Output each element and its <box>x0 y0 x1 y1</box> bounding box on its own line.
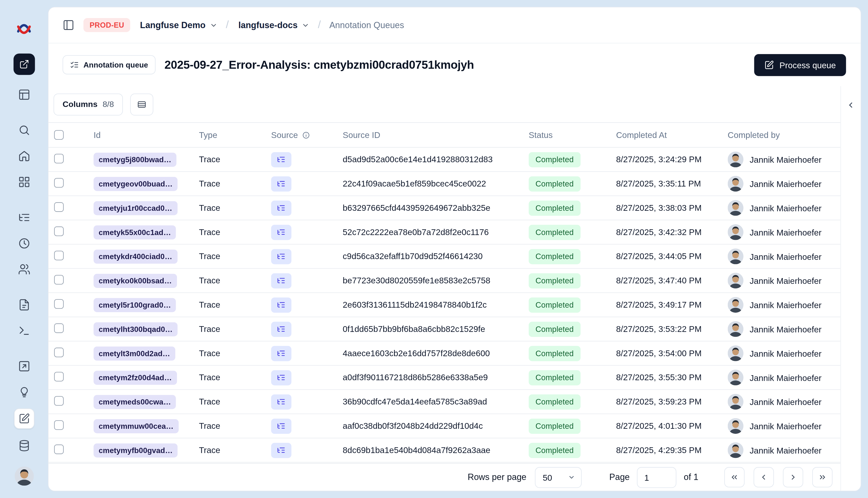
sidebar-toggle-icon[interactable] <box>63 19 74 31</box>
annotation-queue-table: Id Type Source Source ID Status Complete… <box>49 122 841 463</box>
sessions-clock-icon[interactable] <box>18 237 30 250</box>
breadcrumb-current-page[interactable]: Annotation Queues <box>329 20 404 30</box>
annotation-pen-icon <box>18 413 29 424</box>
home-icon[interactable] <box>18 150 30 162</box>
row-checkbox[interactable] <box>54 323 64 333</box>
trace-source-button[interactable] <box>271 152 292 167</box>
row-id-badge[interactable]: cmetygeov00buad… <box>93 176 178 191</box>
user-avatar[interactable] <box>14 467 34 486</box>
trace-source-button[interactable] <box>271 418 292 434</box>
tracing-icon[interactable] <box>18 211 30 224</box>
table-row[interactable]: cmetyk55x00c1ad… Trace 52c72c2222ea78e0b… <box>49 220 841 245</box>
row-id-badge[interactable]: cmetymyfb00gvad… <box>93 443 178 457</box>
status-badge: Completed <box>529 345 580 361</box>
row-id-badge[interactable]: cmetylt3m00d2ad… <box>93 346 175 361</box>
expand-panel-button[interactable] <box>843 97 858 112</box>
evaluation-icon[interactable] <box>18 360 30 372</box>
row-id-badge[interactable]: cmetyju1r00ccad0… <box>93 201 177 215</box>
last-page-button[interactable] <box>812 467 832 487</box>
list-tree-icon <box>277 155 286 164</box>
row-height-button[interactable] <box>130 93 153 115</box>
row-checkbox[interactable] <box>54 250 64 260</box>
row-checkbox[interactable] <box>54 299 64 309</box>
datasets-database-icon[interactable] <box>18 440 30 452</box>
row-id-badge[interactable]: cmetymeds00cwa… <box>93 395 176 409</box>
table-row[interactable]: cmetyl5r100grad0… Trace 2e603f31361115db… <box>49 293 841 317</box>
row-id-badge[interactable]: cmetyk55x00c1ad… <box>93 225 176 239</box>
row-checkbox[interactable] <box>54 396 64 405</box>
table-row[interactable]: cmetylht300bqad0… Trace 0f1dd65b7bb9bf6b… <box>49 317 841 342</box>
org-switcher[interactable]: Langfuse Demo <box>140 20 217 30</box>
table-row[interactable]: cmetylt3m00d2ad… Trace 4aaece1603cb2e16d… <box>49 342 841 366</box>
trace-source-button[interactable] <box>271 394 292 409</box>
row-id-badge[interactable]: cmetyko0k00bsad… <box>93 274 177 288</box>
info-icon[interactable] <box>302 131 310 139</box>
insights-lightbulb-icon[interactable] <box>18 386 30 398</box>
trace-source-button[interactable] <box>271 443 292 458</box>
previous-page-button[interactable] <box>753 467 774 487</box>
trace-source-button[interactable] <box>271 322 292 337</box>
playground-terminal-icon[interactable] <box>18 325 30 337</box>
sidebar-item-annotation-active[interactable] <box>14 409 34 429</box>
row-checkbox[interactable] <box>54 444 64 454</box>
row-source-id: be7723e30d8020559fe1e8583e2c5758 <box>342 275 490 285</box>
page-number-input[interactable] <box>637 467 676 488</box>
row-id-badge[interactable]: cmetymmuw00cea… <box>93 419 179 433</box>
trace-source-button[interactable] <box>271 249 292 264</box>
row-type: Trace <box>199 324 220 333</box>
row-checkbox[interactable] <box>54 371 64 381</box>
row-checkbox[interactable] <box>54 154 64 163</box>
row-checkbox[interactable] <box>54 226 64 236</box>
list-tree-icon <box>277 421 286 431</box>
project-switcher[interactable]: langfuse-docs <box>238 20 309 30</box>
trace-source-button[interactable] <box>271 273 292 288</box>
avatar <box>728 176 743 192</box>
table-row[interactable]: cmetymmuw00cea… Trace aaf0c38db0f3f2048b… <box>49 414 841 438</box>
search-icon[interactable] <box>18 124 30 136</box>
table-row[interactable]: cmetym2fz00d4ad… Trace a0df3f901167218d8… <box>49 366 841 390</box>
row-id-badge[interactable]: cmetyg5j800bwad… <box>93 153 177 167</box>
select-all-checkbox[interactable] <box>54 130 64 140</box>
row-checkbox[interactable] <box>54 202 64 211</box>
row-completed-by: Jannik Maierhoefer <box>750 324 821 334</box>
row-id-badge[interactable]: cmetyl5r100grad0… <box>93 298 176 312</box>
first-page-button[interactable] <box>724 467 744 487</box>
column-header-status: Status <box>529 130 616 140</box>
open-external-button[interactable] <box>13 54 35 75</box>
users-icon[interactable] <box>18 263 30 276</box>
trace-source-button[interactable] <box>271 370 292 385</box>
row-checkbox[interactable] <box>54 178 64 187</box>
row-checkbox[interactable] <box>54 347 64 357</box>
prompts-icon[interactable] <box>18 299 30 311</box>
table-row[interactable]: cmetyko0k00bsad… Trace be7723e30d8020559… <box>49 269 841 293</box>
row-id-badge[interactable]: cmetylht300bqad0… <box>93 322 178 336</box>
row-id-badge[interactable]: cmetykdr400ciad0… <box>93 249 177 263</box>
table-row[interactable]: cmetyg5j800bwad… Trace d5ad9d52a00c6e14e… <box>49 147 841 172</box>
row-completed-by: Jannik Maierhoefer <box>750 252 821 261</box>
avatar <box>728 297 743 313</box>
langfuse-logo-icon[interactable] <box>16 22 31 37</box>
row-checkbox[interactable] <box>54 275 64 284</box>
trace-source-button[interactable] <box>271 176 292 191</box>
process-queue-button[interactable]: Process queue <box>754 54 846 76</box>
dashboard-icon[interactable] <box>18 176 30 188</box>
table-row[interactable]: cmetykdr400ciad0… Trace c9d56ca32efaff1b… <box>49 245 841 269</box>
trace-source-button[interactable] <box>271 345 292 361</box>
rows-per-page-select[interactable]: 50 <box>535 467 582 488</box>
row-type: Trace <box>199 179 220 188</box>
chevron-down-icon <box>301 21 309 29</box>
table-row[interactable]: cmetyju1r00ccad0… Trace b63297665cfd4439… <box>49 196 841 220</box>
trace-source-button[interactable] <box>271 297 292 313</box>
table-view-icon[interactable] <box>18 89 30 101</box>
row-id-badge[interactable]: cmetym2fz00d4ad… <box>93 370 177 384</box>
trace-source-button[interactable] <box>271 200 292 215</box>
row-source-id: 8dc69b1ba1e540b4d084a7f9262a3aae <box>342 445 490 455</box>
table-row[interactable]: cmetygeov00buad… Trace 22c41f09acae5b1ef… <box>49 172 841 196</box>
row-completed-by: Jannik Maierhoefer <box>750 300 821 310</box>
row-checkbox[interactable] <box>54 420 64 430</box>
next-page-button[interactable] <box>783 467 803 487</box>
columns-button[interactable]: Columns 8/8 <box>54 93 123 115</box>
table-row[interactable]: cmetymyfb00gvad… Trace 8dc69b1ba1e540b4d… <box>49 438 841 463</box>
trace-source-button[interactable] <box>271 224 292 240</box>
table-row[interactable]: cmetymeds00cwa… Trace 36b90cdfc47e5da14e… <box>49 390 841 414</box>
